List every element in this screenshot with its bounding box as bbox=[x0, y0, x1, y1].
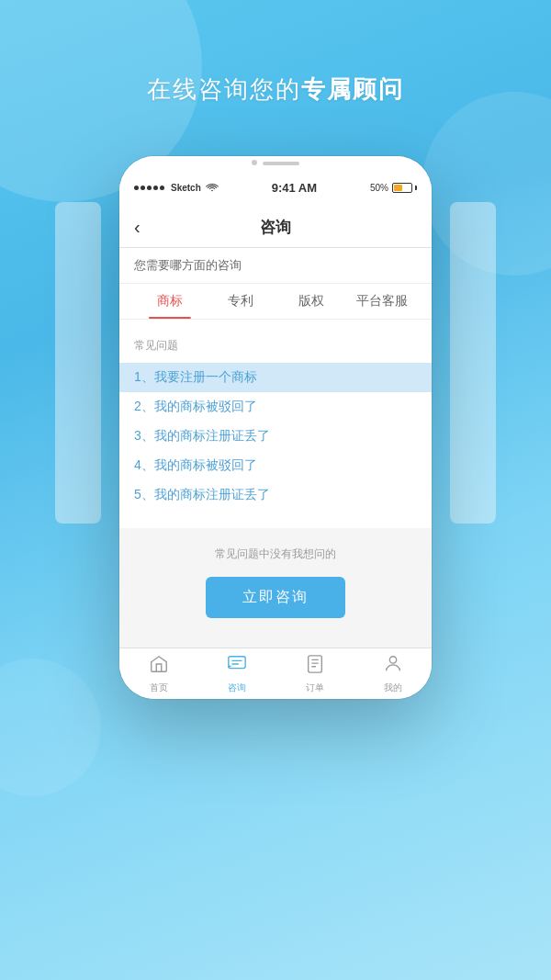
consult-button[interactable]: 立即咨询 bbox=[206, 577, 345, 618]
nav-item-mine[interactable]: 我的 bbox=[354, 648, 432, 699]
status-battery: 50% bbox=[370, 183, 417, 193]
action-area: 常见问题中没有我想问的 立即咨询 bbox=[119, 528, 432, 648]
tabs-container: 商标 专利 版权 平台客服 bbox=[119, 284, 432, 320]
svg-rect-1 bbox=[228, 656, 244, 668]
faq-item-5[interactable]: 5、我的商标注册证丢了 bbox=[134, 480, 417, 510]
back-button[interactable]: ‹ bbox=[134, 217, 156, 238]
app-nav-bar: ‹ 咨询 bbox=[119, 208, 432, 248]
right-deco-panel bbox=[450, 202, 496, 524]
faq-item-4[interactable]: 4、我的商标被驳回了 bbox=[134, 451, 417, 480]
chat-icon bbox=[227, 654, 247, 679]
svg-point-0 bbox=[211, 190, 213, 192]
faq-title: 常见问题 bbox=[134, 338, 417, 354]
faq-section: 常见问题 1、我要注册一个商标 2、我的商标被驳回了 3、我的商标注册证丢了 4… bbox=[119, 327, 432, 521]
faq-item-2[interactable]: 2、我的商标被驳回了 bbox=[134, 392, 417, 422]
nav-label-mine: 我的 bbox=[384, 681, 402, 694]
phone-notch bbox=[119, 156, 432, 167]
hero-title: 在线咨询您的专属顾问 bbox=[0, 73, 551, 106]
nav-label-home: 首页 bbox=[150, 681, 168, 694]
nav-title: 咨询 bbox=[156, 217, 395, 238]
home-icon bbox=[149, 654, 169, 679]
left-deco-panel bbox=[55, 202, 101, 524]
tab-copyright[interactable]: 版权 bbox=[276, 284, 346, 319]
status-time: 9:41 AM bbox=[272, 181, 317, 195]
nav-item-home[interactable]: 首页 bbox=[119, 648, 197, 699]
tab-customer-service[interactable]: 平台客服 bbox=[346, 284, 417, 319]
tab-patent[interactable]: 专利 bbox=[205, 284, 276, 319]
svg-rect-4 bbox=[308, 655, 321, 671]
nav-label-consult: 咨询 bbox=[228, 681, 246, 694]
faq-item-3[interactable]: 3、我的商标注册证丢了 bbox=[134, 422, 417, 451]
status-bar: Sketch 9:41 AM 50% bbox=[119, 167, 432, 208]
nav-item-consult[interactable]: 咨询 bbox=[197, 648, 276, 699]
nav-item-order[interactable]: 订单 bbox=[276, 648, 354, 699]
faq-item-1[interactable]: 1、我要注册一个商标 bbox=[119, 363, 432, 392]
nav-label-order: 订单 bbox=[306, 681, 324, 694]
status-carrier: Sketch bbox=[134, 183, 219, 193]
subtitle-bar: 您需要哪方面的咨询 bbox=[119, 248, 432, 284]
action-hint: 常见问题中没有我想问的 bbox=[134, 546, 417, 562]
bottom-nav: 首页 咨询 bbox=[119, 648, 432, 699]
svg-point-8 bbox=[389, 656, 396, 662]
order-icon bbox=[305, 654, 325, 679]
phone-mockup: Sketch 9:41 AM 50% bbox=[119, 156, 432, 699]
user-icon bbox=[383, 654, 403, 679]
tab-trademark[interactable]: 商标 bbox=[134, 284, 205, 319]
